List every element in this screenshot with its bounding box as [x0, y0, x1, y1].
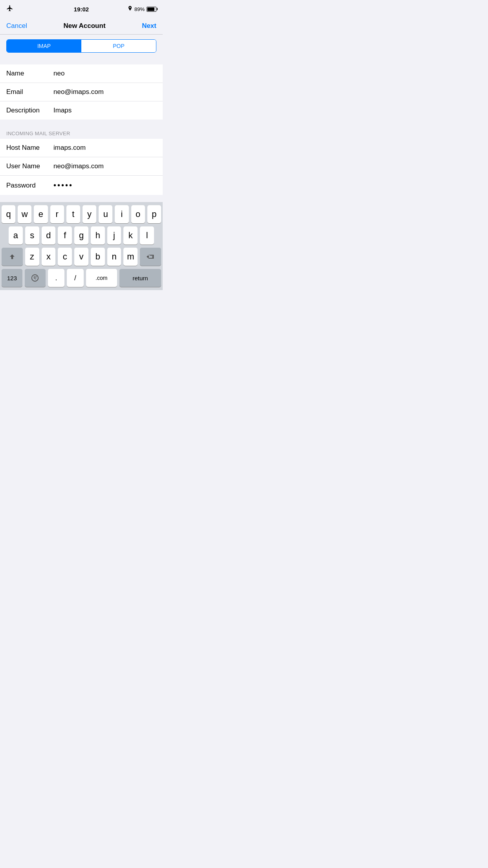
username-label: User Name [6, 162, 53, 170]
next-button[interactable]: Next [142, 22, 156, 30]
account-info-section: Name neo Email neo@imaps.com Description… [0, 64, 163, 120]
hostname-value[interactable]: imaps.com [53, 144, 86, 152]
key-p[interactable]: p [147, 205, 161, 223]
page-title: New Account [64, 22, 106, 30]
dotcom-key[interactable]: .com [86, 269, 117, 287]
cancel-button[interactable]: Cancel [6, 22, 27, 30]
period-key[interactable]: . [48, 269, 64, 287]
key-z[interactable]: z [25, 248, 39, 266]
key-s[interactable]: s [25, 226, 39, 245]
status-bar: 19:02 89% [0, 0, 163, 17]
location-icon [128, 6, 132, 13]
spacer-3 [0, 195, 163, 202]
key-v[interactable]: v [74, 248, 88, 266]
key-c[interactable]: c [58, 248, 72, 266]
keyboard-bottom-row: 123 . / .com return [2, 269, 161, 287]
email-row: Email neo@imaps.com [0, 83, 163, 101]
name-row: Name neo [0, 64, 163, 83]
password-label: Password [6, 182, 53, 189]
description-label: Description [6, 107, 53, 114]
spacer-2 [0, 120, 163, 127]
keyboard-row-3: z x c v b n m [2, 248, 161, 266]
key-h[interactable]: h [91, 226, 105, 245]
key-n[interactable]: n [107, 248, 121, 266]
name-value[interactable]: neo [53, 70, 64, 77]
description-value[interactable]: Imaps [53, 107, 72, 114]
key-a[interactable]: a [9, 226, 23, 245]
incoming-server-header: INCOMING MAIL SERVER [0, 127, 163, 139]
battery-indicator [147, 7, 156, 12]
nav-bar: Cancel New Account Next [0, 17, 163, 35]
key-w[interactable]: w [18, 205, 31, 223]
spacer-1 [0, 57, 163, 64]
key-l[interactable]: l [140, 226, 154, 245]
hostname-row: Host Name imaps.com [0, 139, 163, 157]
pop-segment-button[interactable]: POP [81, 40, 156, 52]
key-t[interactable]: t [66, 205, 80, 223]
password-row: Password ••••• [0, 176, 163, 195]
description-row: Description Imaps [0, 101, 163, 120]
shift-key[interactable] [2, 248, 23, 266]
key-d[interactable]: d [42, 226, 56, 245]
key-k[interactable]: k [123, 226, 138, 245]
status-time: 19:02 [56, 6, 106, 13]
key-e[interactable]: e [34, 205, 48, 223]
key-j[interactable]: j [107, 226, 121, 245]
segment-area: IMAP POP [0, 35, 163, 57]
status-left [6, 5, 56, 14]
password-value[interactable]: ••••• [53, 181, 73, 190]
key-q[interactable]: q [2, 205, 15, 223]
name-label: Name [6, 70, 53, 77]
key-b[interactable]: b [91, 248, 105, 266]
numbers-key[interactable]: 123 [2, 269, 22, 287]
keyboard-row-1: q w e r t y u i o p [2, 205, 161, 223]
protocol-segment-control[interactable]: IMAP POP [6, 39, 156, 53]
key-r[interactable]: r [50, 205, 64, 223]
key-f[interactable]: f [58, 226, 72, 245]
username-value[interactable]: neo@imaps.com [53, 162, 104, 170]
delete-key[interactable] [140, 248, 161, 266]
key-m[interactable]: m [123, 248, 138, 266]
airplane-icon [6, 5, 13, 14]
battery-percent: 89% [134, 6, 145, 12]
key-x[interactable]: x [42, 248, 56, 266]
imap-segment-button[interactable]: IMAP [7, 40, 81, 52]
return-key[interactable]: return [119, 269, 161, 287]
email-value[interactable]: neo@imaps.com [53, 88, 104, 96]
globe-key[interactable] [25, 269, 46, 287]
email-label: Email [6, 88, 53, 96]
hostname-label: Host Name [6, 144, 53, 152]
key-i[interactable]: i [115, 205, 128, 223]
status-right: 89% [106, 6, 156, 13]
keyboard: q w e r t y u i o p a s d f g h j k l z … [0, 202, 163, 290]
keyboard-row-2: a s d f g h j k l [2, 226, 161, 245]
key-y[interactable]: y [83, 205, 96, 223]
username-row: User Name neo@imaps.com [0, 157, 163, 176]
key-u[interactable]: u [99, 205, 112, 223]
key-g[interactable]: g [74, 226, 88, 245]
incoming-server-section: Host Name imaps.com User Name neo@imaps.… [0, 139, 163, 195]
slash-key[interactable]: / [67, 269, 83, 287]
key-o[interactable]: o [131, 205, 145, 223]
